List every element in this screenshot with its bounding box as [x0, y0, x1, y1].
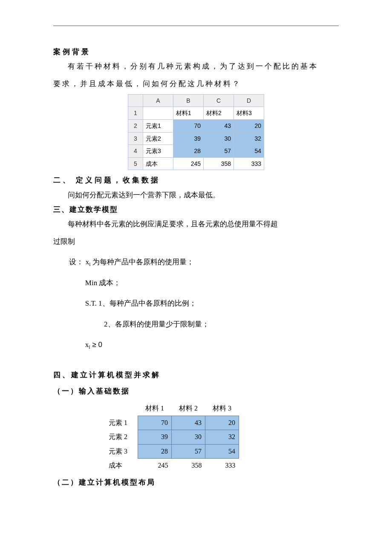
- dt-lbl-4: 成本: [109, 458, 138, 472]
- dt-v31: 28: [138, 444, 172, 458]
- ss-row-2: 2 元素1 70 43 20: [128, 120, 264, 133]
- para-model-1: 每种材料中各元素的比例应满足要求，且各元素的总使用量不得超: [53, 217, 339, 231]
- dt-v13: 20: [205, 416, 239, 430]
- ss-cell-c5: 358: [204, 157, 234, 170]
- heading-compute-a: （一）输入基础数据: [53, 384, 339, 398]
- dt-row-1: 元素 1 70 43 20: [109, 416, 239, 430]
- ss-cell-d1: 材料3: [234, 107, 264, 120]
- dt-row-2: 元素 2 39 30 32: [109, 430, 239, 444]
- para-model-2: 过限制: [53, 235, 339, 249]
- heading-model: 三、建立数学模型: [53, 203, 339, 217]
- ss-cell-a1: [143, 107, 173, 120]
- dt-blank: [109, 402, 138, 416]
- dt-v33: 54: [205, 444, 239, 458]
- ss-col-c: C: [204, 94, 234, 107]
- ss-col-a: A: [143, 94, 173, 107]
- ss-row-4: 4 元素3 28 57 54: [128, 145, 264, 158]
- math-min: Min 成本；: [53, 276, 339, 290]
- ss-cell-a4: 元素3: [143, 145, 173, 158]
- dt-v43: 333: [205, 458, 239, 472]
- dt-v23: 32: [205, 430, 239, 444]
- ss-cell-c2: 43: [204, 120, 234, 133]
- ss-cell-d3: 32: [234, 132, 264, 145]
- dt-row-4: 成本 245 358 333: [109, 458, 239, 472]
- data-table: 材料 1 材料 2 材料 3 元素 1 70 43 20 元素 2 39 30 …: [109, 402, 239, 472]
- math-st2: 2、各原料的使用量少于限制量；: [53, 318, 339, 331]
- ss-rowhead-1: 1: [128, 107, 143, 120]
- para-define: 问如何分配元素达到一个营养下限，成本最低。: [53, 188, 339, 202]
- ss-rowhead-4: 4: [128, 145, 143, 158]
- math-xi: xi ≥ 0: [53, 338, 339, 352]
- top-rule: [53, 26, 339, 26]
- ss-row-5: 5 成本 245 358 333: [128, 157, 264, 170]
- dt-v12: 43: [172, 416, 205, 430]
- ss-cell-c1: 材料2: [204, 107, 234, 120]
- ss-cell-c3: 30: [204, 132, 234, 145]
- para-background-2: 要求，并且成本最低，问如何分配这几种材料？: [53, 77, 339, 91]
- ss-row-3: 3 元素2 39 30 32: [128, 132, 264, 145]
- dt-v32: 57: [172, 444, 205, 458]
- dt-v41: 245: [138, 458, 172, 472]
- heading-compute-b: （二）建立计算机模型布局: [53, 476, 339, 489]
- ss-cell-d5: 333: [234, 157, 264, 170]
- para-background-1: 有若干种材料，分别有几种元素构成，为了达到一个配比的基本: [53, 60, 339, 73]
- dt-v22: 30: [172, 430, 205, 444]
- ss-cell-b2: 70: [173, 120, 204, 133]
- dt-hdr-3: 材料 3: [205, 402, 239, 416]
- ss-rowhead-2: 2: [128, 120, 143, 133]
- ss-rowhead-3: 3: [128, 132, 143, 145]
- ss-row-1: 1 材料1 材料2 材料3: [128, 107, 264, 120]
- dt-hdr-2: 材料 2: [172, 402, 205, 416]
- heading-background: 案例背景: [53, 45, 339, 59]
- page-content: 案例背景 有若干种材料，分别有几种元素构成，为了达到一个配比的基本 要求，并且成…: [0, 0, 392, 519]
- dt-lbl-1: 元素 1: [109, 416, 138, 430]
- ss-col-d: D: [234, 94, 264, 107]
- ss-cell-b4: 28: [173, 145, 204, 158]
- ss-cell-b5: 245: [173, 157, 204, 170]
- math-set-pre: 设： x: [69, 258, 89, 266]
- ss-col-b: B: [173, 94, 204, 107]
- ss-cell-a5: 成本: [143, 157, 173, 170]
- dt-row-3: 元素 3 28 57 54: [109, 444, 239, 458]
- heading-compute: 四、建立计算机模型并求解: [53, 368, 339, 382]
- math-st1: S.T. 1、每种产品中各原料的比例；: [53, 297, 339, 310]
- ss-corner: [128, 94, 143, 107]
- dt-hdr-1: 材料 1: [138, 402, 172, 416]
- ss-col-header-row: A B C D: [128, 94, 264, 107]
- spreadsheet-table: A B C D 1 材料1 材料2 材料3 2 元素1 70 43 20 3 元…: [128, 94, 264, 171]
- math-xi-post: ≥ 0: [90, 341, 102, 349]
- dt-v11: 70: [138, 416, 172, 430]
- dt-lbl-2: 元素 2: [109, 430, 138, 444]
- ss-cell-b1: 材料1: [173, 107, 204, 120]
- heading-define: 二、 定义问题，收集数据: [53, 173, 339, 187]
- ss-cell-a3: 元素2: [143, 132, 173, 145]
- dt-header-row: 材料 1 材料 2 材料 3: [109, 402, 239, 416]
- ss-rowhead-5: 5: [128, 157, 143, 170]
- ss-cell-d2: 20: [234, 120, 264, 133]
- math-set-post: 为每种产品中各原料的使用量；: [90, 258, 193, 266]
- dt-lbl-3: 元素 3: [109, 444, 138, 458]
- ss-cell-c4: 57: [204, 145, 234, 158]
- ss-cell-b3: 39: [173, 132, 204, 145]
- ss-cell-d4: 54: [234, 145, 264, 158]
- math-set: 设： xi 为每种产品中各原料的使用量；: [53, 255, 339, 269]
- ss-cell-a2: 元素1: [143, 120, 173, 133]
- dt-v21: 39: [138, 430, 172, 444]
- dt-v42: 358: [172, 458, 205, 472]
